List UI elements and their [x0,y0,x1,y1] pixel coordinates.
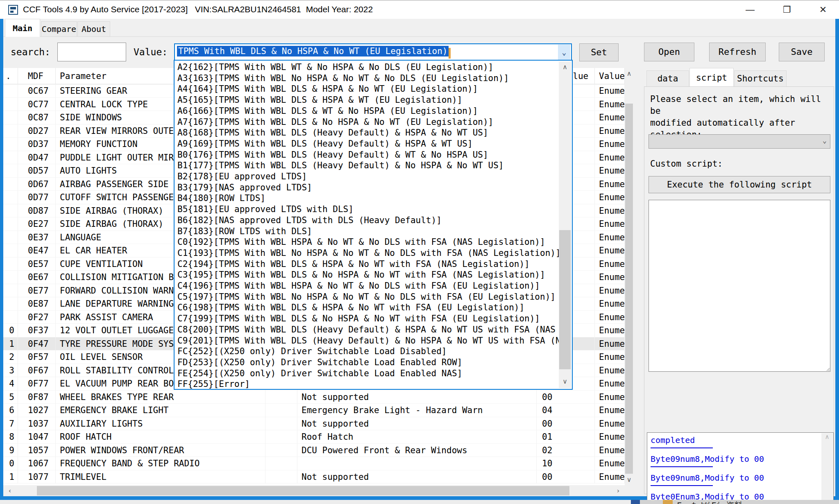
dropdown-item[interactable]: B2{178}[EU approved LTDS] [175,171,560,182]
header-value-type[interactable]: Value [595,68,625,84]
vertical-scroll-thumb[interactable] [625,104,633,474]
custom-script-textarea[interactable] [649,200,830,372]
dropdown-item[interactable]: C9{201}[TPMS With WBL DLS (Heavy Default… [175,335,560,346]
cell-hex: 00 [537,417,595,431]
horizontal-scroll-thumb[interactable] [37,486,569,495]
log-scroll-up-icon[interactable]: ∧ [821,433,833,445]
cell-type: Enume [595,138,625,151]
scroll-up-icon[interactable]: ∧ [625,70,633,77]
scroll-down-icon[interactable]: ∨ [625,476,633,484]
dropdown-item[interactable]: B3{179}[NAS approved LTDS] [175,182,560,193]
log-scrollbar[interactable]: ∧ ∨ [821,433,833,504]
dropdown-scroll-thumb[interactable] [559,230,571,369]
dropdown-item[interactable]: A2{162}[TPMS With WBL WT & No HSPA & No … [175,62,560,73]
dropdown-item[interactable]: FE{254}[(X250 only) Driver Switchable Lo… [175,368,560,379]
cell-type: Enume [595,377,625,391]
cell-mdf: 0D47 [18,151,56,165]
dropdown-item[interactable]: B6{182}[NAS approved LTDS with DLS (Heav… [175,215,560,226]
cell-idx [3,84,18,98]
dropdown-scroll-up-icon[interactable]: ∧ [559,63,571,71]
dropdown-item[interactable]: C0{192}[TPMS With WBL HSPA & No WT & No … [175,237,560,248]
rtab-data[interactable]: data [646,70,689,87]
cell-type: Enume [595,98,625,111]
cell-sp [265,417,297,431]
dropdown-item[interactable]: C3{195}[TPMS With WBL DLS & No HSPA & No… [175,269,560,280]
dropdown-item[interactable]: A8{168}[TPMS With WBL DLS (Heavy Default… [175,127,560,138]
dropdown-item[interactable]: A4{164}[TPMS With WBL DLS & HSPA & No WT… [175,84,560,95]
set-button[interactable]: Set [579,43,619,61]
window-border-left [0,19,3,499]
cell-param: POWER WINDOWS FRONT/REAR [56,444,265,457]
rtab-script[interactable]: script [689,68,734,87]
title-bar: CCF Tools 4.9 by Auto Service [2017-2023… [0,0,839,19]
combo-dropdown-arrow-icon[interactable]: ⌄ [558,45,570,60]
dropdown-item[interactable]: A5{165}[TPMS With WBL DLS & HSPA & WT (E… [175,95,560,106]
search-input[interactable] [57,43,126,61]
table-row[interactable]: 61027EMERGENCY BRAKE LIGHTEmergency Brak… [3,404,625,417]
table-row[interactable]: 81047ROOF HATCHRoof Hatch01Enume [3,430,625,444]
dropdown-item[interactable]: C8{200}[TPMS With WBL DLS (Heavy Default… [175,324,560,335]
dropdown-scrollbar[interactable]: ∧ ∨ [559,61,571,388]
cell-type: Enume [595,364,625,377]
tab-about[interactable]: About [77,21,110,37]
dropdown-item[interactable]: FD{253}[(X250 only) Driver Switchable Lo… [175,357,560,368]
cell-idx [3,311,18,324]
dropdown-item[interactable]: C4{196}[TPMS With WBL HSPA & No WT & No … [175,280,560,292]
tab-main[interactable]: Main [5,19,40,37]
open-button[interactable]: Open [644,43,694,61]
cell-type: Enume [595,337,625,351]
cell-idx: 1 [3,470,18,484]
close-button[interactable]: ✕ [810,0,836,19]
refresh-button[interactable]: Refresh [709,43,766,61]
table-row[interactable]: 71037AUXILIARY LIGHTSNot supported00Enum… [3,417,625,431]
table-row[interactable]: 01067FREQUENCY BAND & STEP RADIO10Enume [3,457,625,470]
table-horizontal-scrollbar[interactable]: ‹ › [3,485,625,496]
cell-type: Enume [595,84,625,98]
maximize-button[interactable]: ❐ [774,0,800,19]
cell-param: FREQUENCY BAND & STEP RADIO [56,457,265,470]
value-combobox-selected-text: TPMS With WBL DLS & No HSPA & No WT (EU … [177,46,449,57]
dropdown-item[interactable]: B1{177}[TPMS With WBL DLS (Heavy Default… [175,160,560,171]
dropdown-item[interactable]: C7{199}[TPMS With WBL DLS & No HSPA & No… [175,313,560,324]
save-button[interactable]: Save [779,43,825,61]
dropdown-item[interactable]: A7{167}[TPMS With WBL DLS & No HSPA & No… [175,117,560,128]
log-entry: completed [651,435,818,445]
header-index[interactable]: . [3,68,18,84]
cell-mdf: 0E37 [18,231,56,244]
cell-type: Enume [595,457,625,470]
table-row[interactable]: 50F87WHEEL BRAKES TYPE REARNot supported… [3,391,625,404]
dropdown-item[interactable]: B4{180}[ROW LTDS] [175,193,560,204]
tab-compare[interactable]: Compare [41,21,77,37]
table-row[interactable]: 91057POWER WINDOWS FRONT/REARDCU Powered… [3,444,625,457]
dropdown-item[interactable]: C6{198}[TPMS With WBL DLS & HSPA & No WT… [175,302,560,313]
dropdown-item[interactable]: B7{183}[ROW LTDS with DLS] [175,226,560,237]
cell-idx [3,98,18,111]
scroll-right-icon[interactable]: › [613,487,623,495]
dropdown-item[interactable]: C1{193}[TPMS With WBL No HSPA & No WT & … [175,248,560,259]
cell-hex: 00 [537,391,595,404]
execute-script-button[interactable]: Execute the following script [649,176,830,193]
cell-hex: 02 [537,444,595,457]
scroll-left-icon[interactable]: ‹ [5,487,15,495]
dropdown-item[interactable]: A3{163}[TPMS With WBL No HSPA & No WT & … [175,73,560,84]
table-row[interactable]: 11077TRIMLEVELNot supported00Enume [3,470,625,484]
dropdown-item[interactable]: C5{197}[TPMS With WBL No HSPA & No WT & … [175,292,560,303]
main-tab-bar: Main Compare About [3,19,835,37]
dropdown-item[interactable]: B0{176}[TPMS With WBL DLS (Heavy Default… [175,149,560,160]
dropdown-item[interactable]: A9{169}[TPMS With WBL DLS (Heavy Default… [175,138,560,149]
dropdown-item[interactable]: FC{252}[(X250 only) Driver Switchable Lo… [175,346,560,357]
cell-sp [265,430,297,444]
table-vertical-scrollbar[interactable]: ∧ ∨ [625,68,633,485]
header-mdf[interactable]: MDF [18,68,56,84]
dropdown-scroll-down-icon[interactable]: ∨ [559,377,571,385]
value-combobox[interactable]: TPMS With WBL DLS & No HSPA & No WT (EU … [174,43,572,61]
dropdown-item[interactable]: A6{166}[TPMS With WBL DLS & WT & No HSPA… [175,106,560,117]
cell-mdf: 0F47 [18,337,56,351]
dropdown-item[interactable]: C2{194}[TPMS With WBL DLS & HSPA & No WT… [175,259,560,270]
rtab-shortcuts[interactable]: Shortcuts [734,70,787,87]
cell-mdf: 0C87 [18,111,56,124]
dropdown-item[interactable]: FF{255}[Error] [175,379,560,390]
dropdown-item[interactable]: B5{181}[EU approved LTDS with DLS] [175,204,560,215]
item-combobox[interactable]: ⌄ [649,134,830,149]
minimize-button[interactable]: — [737,0,763,19]
